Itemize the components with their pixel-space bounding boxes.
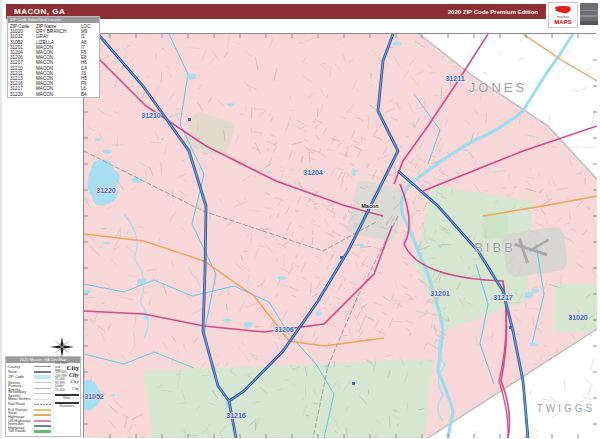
logo-brand-bottom: MAPS [554,19,571,25]
pond [223,318,232,321]
pond [524,292,533,298]
pond [102,150,112,154]
pond [244,322,253,328]
pond [437,245,441,248]
pond [143,315,148,319]
legend-item-label: ZIP Code [8,375,34,379]
pond [227,103,234,106]
zip-label-31220[interactable]: 31220 [96,187,116,194]
legend-swatch-statehwy [34,414,51,416]
legend-swatch-primary [34,388,51,390]
city-class-range: Under 25,000 [55,385,71,392]
pond [315,311,321,316]
zip-label-31217[interactable]: 31217 [493,294,513,301]
map-artwork: JONESBIBBTWIGGS3121131210312043122031201… [84,34,597,438]
page-title: MACON, GA [14,7,65,16]
legend-swatch-state [34,371,51,373]
map-product-page: MACON, GA 2020 ZIP Code Premium Edition … [0,0,600,439]
city-class-sample: City [72,386,79,391]
pond [356,244,364,247]
legend-swatch-minor [34,399,51,400]
county-label-jones: JONES [469,80,527,95]
zip-label-31211[interactable]: 31211 [445,75,464,82]
legend-item: Toll Roads [8,429,53,434]
legend-item-label: Rail Road [8,402,34,406]
legend-item-label: Minor Streets [8,397,34,401]
county-label-twiggs: TWIGGS [537,403,596,414]
marketmaps-logo[interactable]: market MAPS [548,2,578,28]
legend-item-label: State [8,370,34,374]
map-legend: 2020 Macon, GA City Map CountyStateZIP C… [5,356,81,437]
us-map-icon [555,6,571,14]
pond [352,169,356,176]
pond [531,288,538,293]
edition-label: 2020 ZIP Code Premium Edition [448,9,538,15]
legend-swatch-streets [34,382,51,383]
scale-bar: Kilometers [55,402,79,408]
zip-label-31204[interactable]: 31204 [303,169,323,176]
pond [95,138,101,141]
zip-table-header: ZIP Code Index/Grid Locator [8,17,99,23]
zip-label-31052[interactable]: 31052 [84,393,104,400]
zip-index-table: ZIP Code Index/Grid Locator ZIP CodeZIP … [7,16,100,98]
legend-swatch-county [34,366,51,367]
park-area-south [143,359,433,438]
city-label-macon: Macon [361,203,379,209]
brand-logo[interactable]: market MAPS [548,2,600,30]
legend-swatch-rail [34,404,51,405]
park-area-east [554,284,597,332]
zip-table-cell: 31220 [10,92,36,97]
zip-table-row[interactable]: 31220MACONB4 [8,92,99,97]
pond [137,278,146,284]
compass-rose [48,337,76,357]
legend-swatch-interstate [34,425,51,428]
pond [278,276,286,280]
legend-swatch-zip [34,375,51,379]
legend-item-label: Toll Roads [8,429,34,433]
pond [111,394,115,397]
legend-swatch-secondary [34,393,51,394]
pond [102,242,110,244]
zip-label-31206[interactable]: 31206 [274,326,294,333]
city-class-sample: City [69,372,79,378]
pond [393,42,402,46]
pond [529,343,538,346]
zip-label-31210[interactable]: 31210 [141,112,161,119]
zip-label-31216[interactable]: 31216 [226,412,246,419]
legend-swatch-toll [34,430,51,433]
map-canvas[interactable]: JONESBIBBTWIGGS3121131210312043122031201… [83,33,596,437]
logo-badge [580,3,598,25]
legend-swatch-ramps [34,409,51,411]
zip-label-31020[interactable]: 31020 [568,314,588,321]
zip-label-31201[interactable]: 31201 [430,290,450,297]
pond [186,73,195,79]
zip-table-cell: MACON [36,92,81,97]
legend-swatch-ushwy [34,420,51,422]
legend-item: ZIP Code [8,375,53,380]
pond [266,171,272,173]
zip-table-cell: B4 [81,92,99,97]
scale-bar: Miles [55,394,79,400]
county-label-bibb: BIBB [474,240,516,255]
legend-city-class: Under 25,000City [54,385,80,392]
city-class-sample: City [70,379,79,384]
legend-item-label: County [8,365,34,369]
